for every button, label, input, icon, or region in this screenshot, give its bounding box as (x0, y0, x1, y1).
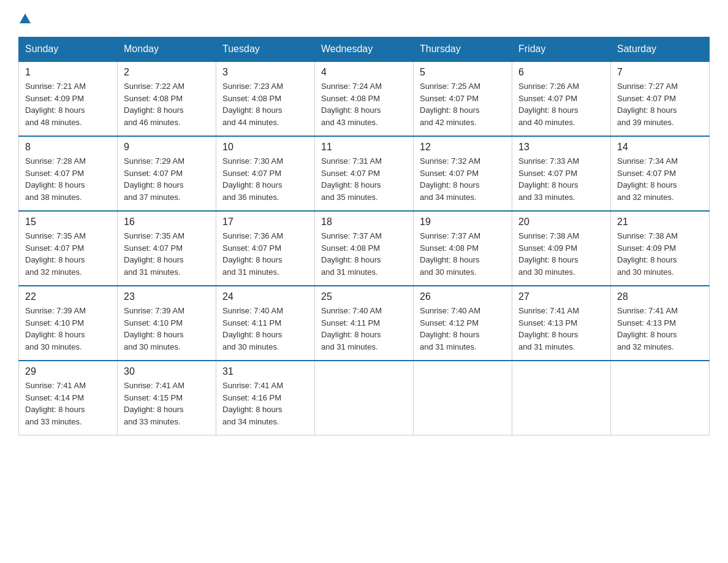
calendar-cell (611, 361, 710, 435)
calendar-cell (512, 361, 611, 435)
day-info: Sunrise: 7:32 AM Sunset: 4:07 PM Dayligh… (420, 155, 506, 203)
calendar-cell: 7 Sunrise: 7:27 AM Sunset: 4:07 PM Dayli… (611, 61, 710, 136)
calendar-cell: 18 Sunrise: 7:37 AM Sunset: 4:08 PM Dayl… (315, 211, 414, 286)
day-number: 11 (321, 142, 407, 153)
calendar-week-row: 29 Sunrise: 7:41 AM Sunset: 4:14 PM Dayl… (19, 361, 710, 435)
day-number: 19 (420, 216, 506, 228)
day-number: 27 (518, 291, 604, 302)
day-number: 6 (518, 67, 604, 78)
day-info: Sunrise: 7:41 AM Sunset: 4:14 PM Dayligh… (25, 380, 111, 427)
calendar-cell: 19 Sunrise: 7:37 AM Sunset: 4:08 PM Dayl… (414, 211, 512, 286)
calendar-cell (315, 361, 414, 435)
calendar-week-row: 22 Sunrise: 7:39 AM Sunset: 4:10 PM Dayl… (19, 286, 710, 361)
day-info: Sunrise: 7:41 AM Sunset: 4:15 PM Dayligh… (124, 380, 210, 427)
calendar-week-row: 15 Sunrise: 7:35 AM Sunset: 4:07 PM Dayl… (19, 211, 710, 286)
day-of-week-header-monday: Monday (118, 37, 216, 62)
day-info: Sunrise: 7:34 AM Sunset: 4:07 PM Dayligh… (617, 155, 703, 203)
calendar-cell: 17 Sunrise: 7:36 AM Sunset: 4:07 PM Dayl… (216, 211, 315, 286)
calendar-cell: 6 Sunrise: 7:26 AM Sunset: 4:07 PM Dayli… (512, 61, 611, 136)
day-info: Sunrise: 7:26 AM Sunset: 4:07 PM Dayligh… (518, 80, 604, 128)
logo-triangle-icon (18, 12, 32, 26)
day-number: 15 (25, 216, 111, 228)
day-info: Sunrise: 7:30 AM Sunset: 4:07 PM Dayligh… (222, 155, 308, 203)
calendar-cell: 21 Sunrise: 7:38 AM Sunset: 4:09 PM Dayl… (611, 211, 710, 286)
day-number: 20 (518, 216, 604, 228)
day-number: 13 (518, 142, 604, 153)
calendar-cell: 20 Sunrise: 7:38 AM Sunset: 4:09 PM Dayl… (512, 211, 611, 286)
day-info: Sunrise: 7:39 AM Sunset: 4:10 PM Dayligh… (25, 305, 111, 353)
calendar-cell: 4 Sunrise: 7:24 AM Sunset: 4:08 PM Dayli… (315, 61, 414, 136)
logo (18, 12, 32, 25)
calendar-week-row: 1 Sunrise: 7:21 AM Sunset: 4:09 PM Dayli… (19, 61, 710, 136)
day-number: 5 (420, 67, 506, 78)
calendar-cell: 24 Sunrise: 7:40 AM Sunset: 4:11 PM Dayl… (216, 286, 315, 361)
day-info: Sunrise: 7:23 AM Sunset: 4:08 PM Dayligh… (222, 80, 308, 128)
day-number: 17 (222, 216, 308, 228)
calendar-cell: 30 Sunrise: 7:41 AM Sunset: 4:15 PM Dayl… (118, 361, 216, 435)
day-info: Sunrise: 7:22 AM Sunset: 4:08 PM Dayligh… (124, 80, 210, 128)
calendar-week-row: 8 Sunrise: 7:28 AM Sunset: 4:07 PM Dayli… (19, 136, 710, 211)
day-number: 3 (222, 67, 308, 78)
calendar-cell: 2 Sunrise: 7:22 AM Sunset: 4:08 PM Dayli… (118, 61, 216, 136)
day-number: 26 (420, 291, 506, 302)
calendar-header-row: SundayMondayTuesdayWednesdayThursdayFrid… (19, 37, 710, 62)
day-info: Sunrise: 7:35 AM Sunset: 4:07 PM Dayligh… (124, 230, 210, 278)
calendar-table: SundayMondayTuesdayWednesdayThursdayFrid… (18, 37, 710, 435)
day-number: 10 (222, 142, 308, 153)
day-info: Sunrise: 7:40 AM Sunset: 4:11 PM Dayligh… (321, 305, 407, 353)
calendar-cell: 25 Sunrise: 7:40 AM Sunset: 4:11 PM Dayl… (315, 286, 414, 361)
calendar-cell: 1 Sunrise: 7:21 AM Sunset: 4:09 PM Dayli… (19, 61, 118, 136)
day-info: Sunrise: 7:41 AM Sunset: 4:13 PM Dayligh… (617, 305, 703, 353)
day-number: 25 (321, 291, 407, 302)
svg-marker-0 (20, 13, 31, 23)
day-of-week-header-tuesday: Tuesday (216, 37, 315, 62)
day-info: Sunrise: 7:40 AM Sunset: 4:11 PM Dayligh… (222, 305, 308, 353)
day-info: Sunrise: 7:37 AM Sunset: 4:08 PM Dayligh… (420, 230, 506, 278)
calendar-cell: 9 Sunrise: 7:29 AM Sunset: 4:07 PM Dayli… (118, 136, 216, 211)
day-info: Sunrise: 7:37 AM Sunset: 4:08 PM Dayligh… (321, 230, 407, 278)
calendar-cell: 31 Sunrise: 7:41 AM Sunset: 4:16 PM Dayl… (216, 361, 315, 435)
calendar-cell: 16 Sunrise: 7:35 AM Sunset: 4:07 PM Dayl… (118, 211, 216, 286)
calendar-cell: 29 Sunrise: 7:41 AM Sunset: 4:14 PM Dayl… (19, 361, 118, 435)
day-info: Sunrise: 7:21 AM Sunset: 4:09 PM Dayligh… (25, 80, 111, 128)
day-info: Sunrise: 7:29 AM Sunset: 4:07 PM Dayligh… (124, 155, 210, 203)
calendar-cell: 5 Sunrise: 7:25 AM Sunset: 4:07 PM Dayli… (414, 61, 512, 136)
day-number: 14 (617, 142, 703, 153)
calendar-cell: 10 Sunrise: 7:30 AM Sunset: 4:07 PM Dayl… (216, 136, 315, 211)
calendar-cell: 3 Sunrise: 7:23 AM Sunset: 4:08 PM Dayli… (216, 61, 315, 136)
day-number: 2 (124, 67, 210, 78)
day-info: Sunrise: 7:28 AM Sunset: 4:07 PM Dayligh… (25, 155, 111, 203)
calendar-cell: 28 Sunrise: 7:41 AM Sunset: 4:13 PM Dayl… (611, 286, 710, 361)
calendar-cell: 14 Sunrise: 7:34 AM Sunset: 4:07 PM Dayl… (611, 136, 710, 211)
day-number: 22 (25, 291, 111, 302)
calendar-cell: 26 Sunrise: 7:40 AM Sunset: 4:12 PM Dayl… (414, 286, 512, 361)
day-info: Sunrise: 7:39 AM Sunset: 4:10 PM Dayligh… (124, 305, 210, 353)
calendar-cell: 27 Sunrise: 7:41 AM Sunset: 4:13 PM Dayl… (512, 286, 611, 361)
day-info: Sunrise: 7:41 AM Sunset: 4:13 PM Dayligh… (518, 305, 604, 353)
day-of-week-header-friday: Friday (512, 37, 611, 62)
day-number: 28 (617, 291, 703, 302)
day-number: 16 (124, 216, 210, 228)
day-info: Sunrise: 7:40 AM Sunset: 4:12 PM Dayligh… (420, 305, 506, 353)
day-info: Sunrise: 7:31 AM Sunset: 4:07 PM Dayligh… (321, 155, 407, 203)
day-of-week-header-wednesday: Wednesday (315, 37, 414, 62)
calendar-cell: 8 Sunrise: 7:28 AM Sunset: 4:07 PM Dayli… (19, 136, 118, 211)
day-number: 1 (25, 67, 111, 78)
day-of-week-header-saturday: Saturday (611, 37, 710, 62)
calendar-cell: 23 Sunrise: 7:39 AM Sunset: 4:10 PM Dayl… (118, 286, 216, 361)
day-info: Sunrise: 7:24 AM Sunset: 4:08 PM Dayligh… (321, 80, 407, 128)
day-of-week-header-sunday: Sunday (19, 37, 118, 62)
calendar-cell: 11 Sunrise: 7:31 AM Sunset: 4:07 PM Dayl… (315, 136, 414, 211)
day-info: Sunrise: 7:38 AM Sunset: 4:09 PM Dayligh… (617, 230, 703, 278)
day-info: Sunrise: 7:35 AM Sunset: 4:07 PM Dayligh… (25, 230, 111, 278)
day-number: 23 (124, 291, 210, 302)
calendar-cell: 13 Sunrise: 7:33 AM Sunset: 4:07 PM Dayl… (512, 136, 611, 211)
calendar-cell: 15 Sunrise: 7:35 AM Sunset: 4:07 PM Dayl… (19, 211, 118, 286)
day-number: 24 (222, 291, 308, 302)
day-number: 12 (420, 142, 506, 153)
day-info: Sunrise: 7:25 AM Sunset: 4:07 PM Dayligh… (420, 80, 506, 128)
day-info: Sunrise: 7:41 AM Sunset: 4:16 PM Dayligh… (222, 380, 308, 427)
calendar-cell (414, 361, 512, 435)
day-info: Sunrise: 7:38 AM Sunset: 4:09 PM Dayligh… (518, 230, 604, 278)
day-number: 4 (321, 67, 407, 78)
